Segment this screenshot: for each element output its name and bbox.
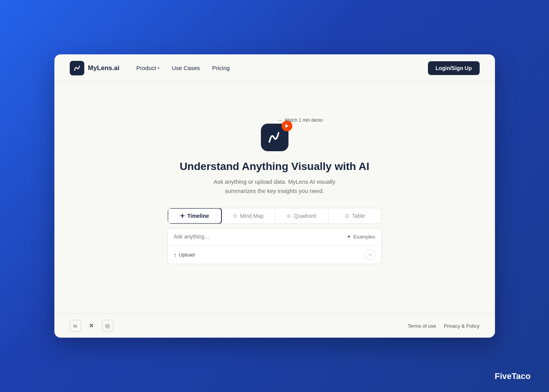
mindmap-icon: ⚙: [233, 213, 238, 219]
nav-links: Product ▾ Use Cases Pricing: [132, 62, 428, 74]
navbar: MyLens.ai Product ▾ Use Cases Pricing Lo…: [54, 54, 495, 82]
input-top: ✦ Examples: [168, 228, 382, 245]
logo-area[interactable]: MyLens.ai: [70, 61, 120, 75]
tab-timeline[interactable]: ✛ Timeline: [167, 208, 222, 224]
main-content: Watch 1 min demo Understand Anything Vis…: [54, 82, 495, 314]
nav-pricing[interactable]: Pricing: [208, 62, 234, 74]
linkedin-icon[interactable]: in: [70, 320, 81, 332]
upload-icon: ↑: [174, 252, 177, 258]
nav-product[interactable]: Product ▾: [132, 62, 164, 74]
demo-label: Watch 1 min demo: [279, 118, 323, 123]
hero-icon-area[interactable]: Watch 1 min demo: [261, 124, 288, 151]
svg-marker-0: [285, 124, 288, 128]
footer-links: Terms of use Privacy & Policy: [408, 323, 480, 329]
timeline-icon: ✛: [180, 213, 185, 219]
brand-name: MyLens.ai: [88, 64, 120, 72]
chevron-down-icon: ▾: [157, 66, 159, 70]
hero-title: Understand Anything Visually with AI: [180, 160, 369, 173]
tab-quadrant[interactable]: ⊕ Quadrant: [275, 208, 329, 224]
view-tabs: ✛ Timeline ⚙ Mind Map ⊕ Quadrant ⊞ Table: [167, 208, 382, 224]
examples-button[interactable]: ✦ Examples: [347, 234, 375, 240]
footer: in ✕ ◎ Terms of use Privacy & Policy: [54, 314, 495, 338]
terms-link[interactable]: Terms of use: [408, 323, 436, 329]
hero-subtitle: Ask anything or upload data. MyLens AI v…: [206, 177, 344, 196]
privacy-link[interactable]: Privacy & Policy: [444, 323, 479, 329]
social-icons: in ✕ ◎: [70, 320, 113, 332]
quadrant-icon: ⊕: [287, 213, 291, 219]
logo-icon: [70, 61, 84, 75]
submit-button[interactable]: →: [365, 249, 375, 260]
nav-use-cases[interactable]: Use Cases: [167, 62, 204, 74]
fivetaco-watermark: FiveTaco: [495, 371, 531, 381]
tab-mindmap[interactable]: ⚙ Mind Map: [221, 208, 275, 224]
table-icon: ⊞: [345, 213, 349, 219]
nav-right: Login/Sign Up: [428, 61, 480, 75]
ask-input[interactable]: [174, 234, 344, 240]
input-container: ✦ Examples ↑ Upload →: [167, 228, 382, 264]
sparkle-icon: ✦: [347, 234, 351, 240]
tab-table[interactable]: ⊞ Table: [328, 208, 382, 224]
upload-button[interactable]: ↑ Upload: [174, 252, 195, 258]
input-bottom: ↑ Upload →: [168, 245, 382, 264]
main-window: MyLens.ai Product ▾ Use Cases Pricing Lo…: [54, 54, 495, 338]
x-icon[interactable]: ✕: [86, 320, 97, 332]
login-button[interactable]: Login/Sign Up: [428, 61, 480, 75]
instagram-icon[interactable]: ◎: [102, 320, 113, 332]
